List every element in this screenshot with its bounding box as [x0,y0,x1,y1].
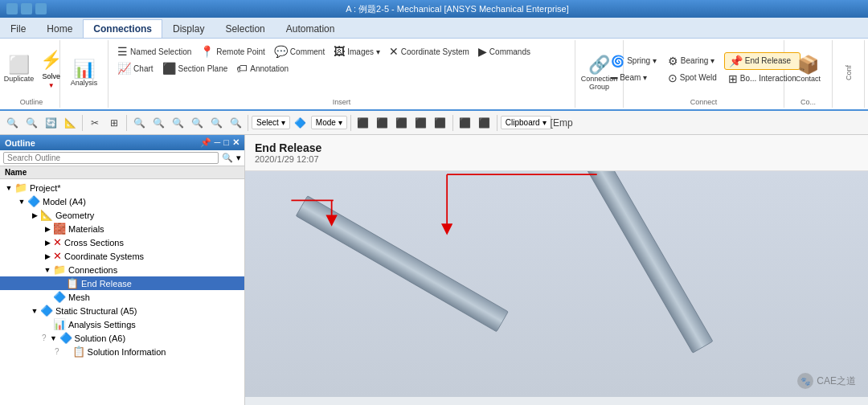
outline-minimize-icon[interactable]: ─ [215,137,221,148]
search-icon[interactable]: 🔍 [222,153,233,163]
outline-header: Outline 📌 ─ □ ✕ [0,135,244,150]
mode-chevron-icon: ▾ [338,118,342,127]
toolbar-separator-6 [497,115,497,131]
solution-info-icon: 📋 [72,346,85,358]
clipboard-dropdown[interactable]: Clipboard ▾ [501,116,551,129]
chevron-down-icon: ▾ [281,118,285,127]
outline-close-icon[interactable]: ✕ [232,137,240,148]
watermark: 🐾 CAE之道 [797,373,856,389]
solve-icon[interactable]: ⚡ [40,50,62,71]
view-button[interactable]: 🔍 [227,114,244,132]
grid-button[interactable]: ⊞ [105,114,123,132]
svg-rect-1 [577,171,713,353]
outline-search-input[interactable] [3,152,219,164]
rotate-button[interactable]: 🔄 [42,114,59,132]
tree-item-end-release[interactable]: 📋 End Release [0,276,244,290]
tree-item-cross-sections[interactable]: ▶ ✕ Cross Sections [0,235,244,249]
pan-button[interactable]: 🔍 [169,114,186,132]
static-structural-label: Static Structural (A5) [55,306,137,316]
zoom-out-button[interactable]: 🔍 [149,114,167,132]
toolbar-separator-2 [126,115,127,131]
spring-button[interactable]: 🌀Spring ▾ [607,53,661,69]
tab-home[interactable]: Home [36,19,83,38]
tab-selection[interactable]: Selection [215,19,275,38]
clipboard-label: Clipboard [506,118,540,127]
remote-point-button[interactable]: 📍Remote Point [196,43,269,59]
content-area: End Release 2020/1/29 12:07 [245,135,868,405]
tree-item-materials[interactable]: ▶ 🧱 Materials [0,222,244,235]
connections-icon: 📁 [53,264,66,276]
select-box-button[interactable]: ⬛ [432,114,449,132]
select-label: Select [256,118,279,127]
images-button[interactable]: 🖼Images ▾ [330,43,384,59]
tab-display[interactable]: Display [162,19,215,38]
filter-dropdown-icon[interactable]: ▾ [236,153,241,163]
coordinate-system-button[interactable]: ✕Coordinate System [385,43,473,59]
measure-button[interactable]: 📐 [61,114,79,132]
emp-button[interactable]: [ Emp [553,114,571,132]
select-vertex-button[interactable]: ⬛ [354,114,372,132]
ribbon-section-insert: ☰Named Selection 📍Remote Point 💬Comment … [108,40,575,108]
cross-sections-label: Cross Sections [64,238,124,248]
toolbar-separator-3 [248,115,248,131]
more-button-1[interactable]: ⬛ [457,114,474,132]
svg-rect-0 [296,196,508,332]
more-button-2[interactable]: ⬛ [476,114,493,132]
solution-info-label: Solution Information [88,347,166,357]
ribbon: ⬜ Duplicate ⚡ Solve ▼ Outline 📊 Analysis… [0,39,868,111]
mode-dropdown[interactable]: Mode ▾ [311,116,347,129]
chart-button[interactable]: 📈Chart [113,60,157,76]
bearing-button[interactable]: ⚙Bearing ▾ [664,53,721,69]
zoom-fit-button[interactable]: 🔍 [3,114,21,132]
spot-weld-button[interactable]: ⊙Spot Weld [664,70,721,86]
connect-section-label: Connect [690,98,718,106]
tree-item-connections[interactable]: ▼ 📁 Connections [0,263,244,276]
section-plane-button[interactable]: ⬛Section Plane [158,60,232,76]
tab-connections[interactable]: Connections [83,19,162,38]
tree-item-geometry[interactable]: ▶ 📐 Geometry [0,208,244,222]
analysis-button[interactable]: 📊 Analysis [68,59,101,88]
outline-pin-icon[interactable]: 📌 [200,137,211,148]
tree-item-mesh[interactable]: 🔷 Mesh [0,290,244,304]
zoom-in-button[interactable]: 🔍 [130,114,148,132]
emp-label: Emp [553,117,573,129]
mode-icon[interactable]: 🔷 [292,114,309,132]
contact-section-label: Co... [800,98,816,106]
tree-item-project[interactable]: ▼ 📁 Project* [0,181,244,194]
select-dropdown[interactable]: Select ▾ [252,116,290,129]
beam-button[interactable]: ━Beam ▾ [607,70,661,86]
outline-section-label: Outline [20,98,43,106]
orbit-button[interactable]: 🔍 [188,114,206,132]
tree-item-analysis-settings[interactable]: 📊 Analysis Settings [0,317,244,331]
named-selection-button[interactable]: ☰Named Selection [113,43,195,59]
viewport[interactable]: 🐾 CAE之道 [245,171,868,397]
save-icon[interactable] [21,3,32,14]
select-face-button[interactable]: ⬛ [393,114,411,132]
comment-button[interactable]: 💬Comment [270,43,329,59]
connections-label: Connections [68,265,117,275]
undo-icon[interactable] [35,3,47,14]
annotation-button[interactable]: 🏷Annotation [232,60,293,76]
outline-maximize-icon[interactable]: □ [223,137,229,148]
zoom-button[interactable]: 🔍 [23,114,40,132]
duplicate-button[interactable]: ⬜ Duplicate [1,55,38,84]
content-title: End Release [255,141,858,154]
end-release-tree-label: End Release [81,279,132,288]
tree-item-model[interactable]: ▼ 🔷 Model (A4) [0,194,244,208]
geometry-icon: 📐 [40,209,53,221]
tab-file[interactable]: File [0,19,36,38]
tree-item-solution-information[interactable]: ? 📋 Solution Information [0,345,244,358]
tab-automation[interactable]: Automation [276,19,346,38]
fit-button[interactable]: 🔍 [207,114,225,132]
commands-button[interactable]: ▶Commands [474,43,534,59]
tree-item-solution[interactable]: ? ▼ 🔷 Solution (A6) [0,331,244,345]
clipboard-chevron-icon: ▾ [542,118,547,127]
mesh-icon: 🔷 [53,291,66,303]
select-edge-button[interactable]: ⬛ [374,114,391,132]
tree-item-static-structural[interactable]: ▼ 🔷 Static Structural (A5) [0,304,244,317]
tree-item-coordinate-systems[interactable]: ▶ ✕ Coordinate Systems [0,249,244,263]
select-body-button[interactable]: ⬛ [412,114,430,132]
ribbon-section-analysis: 📊 Analysis [60,40,108,108]
cut-button[interactable]: ✂ [86,114,104,132]
contact-button[interactable]: 📦 Contact [792,55,825,84]
